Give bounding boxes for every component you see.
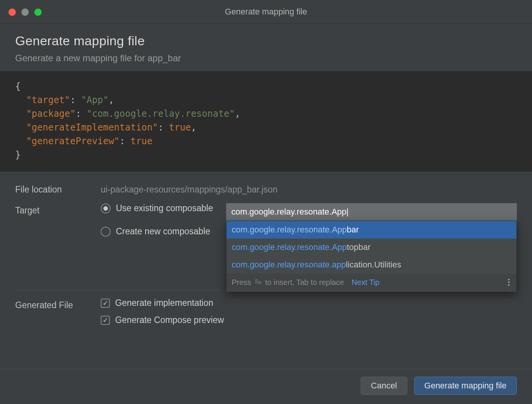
code-key-target: "target": [26, 95, 70, 105]
autocomplete-rest: topbar: [347, 242, 370, 252]
autocomplete-footer: Press ⏎ to insert, Tab to replace Next T…: [226, 274, 516, 292]
checkbox-generate-implementation[interactable]: Generate implementation: [101, 298, 224, 308]
code-val-target: "App": [81, 95, 108, 105]
code-val-genimpl: true: [169, 122, 191, 133]
code-val-genprev: true: [130, 136, 152, 146]
autocomplete-item[interactable]: com.google.relay.resonate.application.Ut…: [226, 256, 516, 274]
checkbox-generate-preview-label: Generate Compose preview: [115, 315, 224, 325]
enter-key-icon: ⏎: [255, 278, 261, 287]
file-location-value: ui-package-resources/mappings/app_bar.js…: [101, 182, 517, 195]
autocomplete-hint-press: Press: [232, 278, 251, 287]
code-key-genimpl: "generateImplementation": [26, 122, 158, 133]
code-key-genprev: "generatePreview": [26, 136, 120, 146]
generate-mapping-file-button[interactable]: Generate mapping file: [414, 377, 517, 395]
autocomplete-rest: lication.Utilities: [346, 260, 401, 269]
cancel-button[interactable]: Cancel: [361, 377, 407, 395]
radio-create-new[interactable]: Create new composable: [101, 226, 213, 237]
titlebar: Generate mapping file: [0, 0, 532, 24]
radio-use-existing-label: Use existing composable: [116, 203, 213, 213]
radio-use-existing[interactable]: Use existing composable: [101, 203, 213, 213]
form-area: File location ui-package-resources/mappi…: [0, 172, 532, 369]
checkbox-icon: [101, 316, 110, 325]
file-location-label: File location: [15, 182, 101, 195]
target-radio-group: Use existing composable Create new compo…: [101, 203, 226, 237]
generated-file-options: Generate implementation Generate Compose…: [101, 298, 224, 325]
code-val-package: "com.google.relay.resonate": [87, 108, 235, 119]
row-generated-file: Generated File Generate implementation G…: [15, 298, 517, 325]
window-controls: [8, 8, 42, 16]
dialog-title: Generate mapping file: [15, 33, 517, 48]
autocomplete-next-tip-link[interactable]: Next Tip: [352, 278, 379, 287]
dialog-window: Generate mapping file Generate mapping f…: [0, 0, 532, 404]
generated-file-label: Generated File: [15, 298, 101, 310]
radio-indicator-icon: [101, 204, 111, 213]
more-options-icon[interactable]: [507, 277, 511, 287]
autocomplete-item[interactable]: com.google.relay.resonate.Apptopbar: [226, 239, 516, 256]
row-file-location: File location ui-package-resources/mappi…: [15, 182, 517, 195]
target-input-area: com.google.relay.resonate.Appbar com.goo…: [226, 203, 517, 221]
autocomplete-rest: bar: [347, 225, 359, 234]
dialog-header: Generate mapping file Generate a new map…: [0, 24, 532, 71]
autocomplete-hint-insert: to insert, Tab to replace: [265, 278, 344, 287]
autocomplete-popup: com.google.relay.resonate.Appbar com.goo…: [226, 221, 517, 292]
row-target: Target Use existing composable Create ne…: [15, 203, 517, 237]
autocomplete-match: com.google.relay.resonate.App: [232, 242, 347, 252]
window-title: Generate mapping file: [0, 7, 532, 17]
checkbox-generate-implementation-label: Generate implementation: [115, 298, 213, 308]
dialog-footer: Cancel Generate mapping file: [0, 369, 532, 404]
radio-create-new-label: Create new composable: [116, 226, 210, 237]
minimize-window-button[interactable]: [21, 8, 29, 16]
json-preview: { "target": "App", "package": "com.googl…: [0, 71, 532, 172]
code-key-package: "package": [26, 108, 76, 119]
autocomplete-item[interactable]: com.google.relay.resonate.Appbar: [226, 221, 516, 239]
checkbox-generate-preview[interactable]: Generate Compose preview: [101, 315, 224, 325]
autocomplete-match: com.google.relay.resonate.App: [232, 225, 347, 234]
autocomplete-match: com.google.relay.resonate.app: [232, 260, 346, 269]
dialog-subtitle: Generate a new mapping file for app_bar: [15, 53, 517, 64]
target-label: Target: [15, 203, 101, 216]
zoom-window-button[interactable]: [34, 8, 42, 16]
target-composable-input[interactable]: [226, 203, 517, 221]
radio-indicator-icon: [101, 227, 111, 237]
close-window-button[interactable]: [8, 8, 16, 16]
checkbox-icon: [101, 299, 110, 308]
